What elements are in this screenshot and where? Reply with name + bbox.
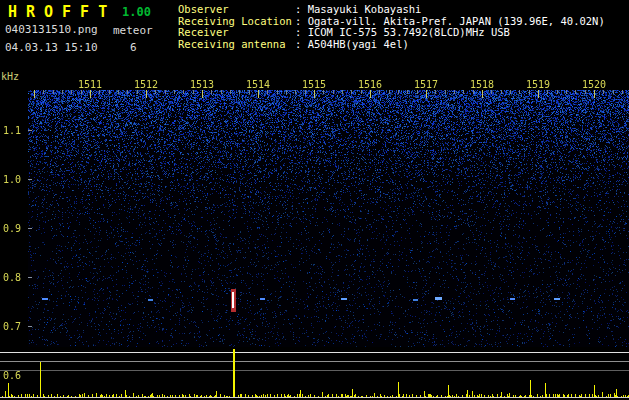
freq-axis-label: 0.7 — [3, 321, 21, 332]
time-axis-label: 1518 — [470, 79, 494, 90]
time-axis-label: 1519 — [526, 79, 550, 90]
app-title: HROFFT — [8, 3, 116, 21]
freq-axis-unit: kHz — [1, 71, 19, 82]
app-version: 1.00 — [122, 5, 151, 19]
observer-info-value: : A504HB(yagi 4el) — [295, 38, 409, 50]
hrofft-window: HROFFT 1.00 0403131510.png meteor 04.03.… — [0, 0, 629, 400]
meteor-count: 6 — [130, 41, 137, 54]
time-axis-label: 1515 — [302, 79, 326, 90]
signal-level-canvas — [0, 347, 629, 400]
time-axis-label: 1513 — [190, 79, 214, 90]
time-axis-label: 1516 — [358, 79, 382, 90]
observer-info-value: : ICOM IC-575 53.7492(8LCD)MHz USB — [295, 26, 510, 38]
spectrogram-canvas — [28, 90, 629, 347]
time-axis-label: 1514 — [246, 79, 270, 90]
observer-info-label: Observer — [178, 4, 295, 16]
observer-info-row: Receiving antenna: A504HB(yagi 4el) — [178, 39, 605, 51]
time-axis-label: 1520 — [582, 79, 606, 90]
freq-axis-label: 1.1 — [3, 125, 21, 136]
freq-axis-label: 0.9 — [3, 223, 21, 234]
output-filename: 0403131510.png — [5, 23, 98, 36]
time-axis-label: 1512 — [134, 79, 158, 90]
observer-info-label: Receiving antenna — [178, 39, 295, 51]
observer-info-block: Observer: Masayuki KobayashiReceiving Lo… — [178, 4, 605, 50]
observer-info-value: : Masayuki Kobayashi — [295, 3, 421, 15]
freq-axis-label: 1.0 — [3, 174, 21, 185]
datetime-label: 04.03.13 15:10 — [5, 41, 98, 54]
observer-info-value: : Ogata-vill. Akita-Pref. JAPAN (139.96E… — [295, 15, 605, 27]
time-axis-label: 1517 — [414, 79, 438, 90]
observer-info-label: Receiver — [178, 27, 295, 39]
time-axis-label: 1511 — [78, 79, 102, 90]
mode-label: meteor — [113, 24, 153, 37]
freq-axis-label: 0.8 — [3, 272, 21, 283]
